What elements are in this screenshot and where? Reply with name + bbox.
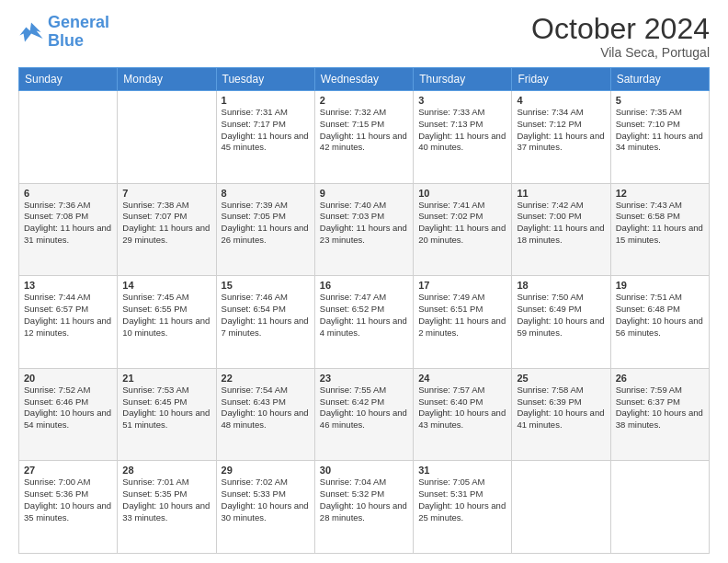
day-number: 17: [418, 280, 506, 291]
calendar-cell: 26Sunrise: 7:59 AMSunset: 6:37 PMDayligh…: [610, 368, 709, 461]
calendar-cell: 21Sunrise: 7:53 AMSunset: 6:45 PMDayligh…: [118, 368, 216, 461]
day-number: 1: [222, 95, 310, 106]
calendar-cell: 13Sunrise: 7:44 AMSunset: 6:57 PMDayligh…: [19, 276, 118, 369]
day-info: Sunrise: 7:32 AMSunset: 7:15 PMDaylight:…: [320, 107, 408, 154]
calendar-cell: 16Sunrise: 7:47 AMSunset: 6:52 PMDayligh…: [314, 276, 413, 369]
weekday-header-wednesday: Wednesday: [314, 68, 413, 91]
calendar-cell: 29Sunrise: 7:02 AMSunset: 5:33 PMDayligh…: [216, 461, 314, 554]
day-info: Sunrise: 7:42 AMSunset: 7:00 PMDaylight:…: [517, 200, 605, 247]
calendar-cell: [610, 461, 709, 554]
day-info: Sunrise: 7:44 AMSunset: 6:57 PMDaylight:…: [24, 292, 112, 339]
logo: General Blue: [18, 14, 109, 51]
calendar-cell: 4Sunrise: 7:34 AMSunset: 7:12 PMDaylight…: [512, 91, 610, 184]
calendar-cell: 28Sunrise: 7:01 AMSunset: 5:35 PMDayligh…: [118, 461, 216, 554]
day-number: 22: [222, 373, 310, 384]
calendar-cell: 19Sunrise: 7:51 AMSunset: 6:48 PMDayligh…: [610, 276, 709, 369]
calendar-cell: 20Sunrise: 7:52 AMSunset: 6:46 PMDayligh…: [19, 368, 118, 461]
day-info: Sunrise: 7:31 AMSunset: 7:17 PMDaylight:…: [222, 107, 310, 154]
day-info: Sunrise: 7:04 AMSunset: 5:32 PMDaylight:…: [320, 477, 408, 523]
calendar-cell: 11Sunrise: 7:42 AMSunset: 7:00 PMDayligh…: [512, 183, 610, 276]
weekday-header-thursday: Thursday: [414, 68, 512, 91]
day-number: 9: [320, 188, 408, 199]
calendar-cell: [512, 461, 610, 554]
svg-marker-0: [19, 22, 42, 41]
day-info: Sunrise: 7:33 AMSunset: 7:13 PMDaylight:…: [418, 107, 506, 154]
day-info: Sunrise: 7:38 AMSunset: 7:07 PMDaylight:…: [122, 200, 210, 247]
day-info: Sunrise: 7:49 AMSunset: 6:51 PMDaylight:…: [418, 292, 506, 339]
day-number: 20: [24, 373, 112, 384]
day-number: 12: [616, 188, 704, 199]
calendar-cell: 17Sunrise: 7:49 AMSunset: 6:51 PMDayligh…: [414, 276, 512, 369]
calendar-cell: 27Sunrise: 7:00 AMSunset: 5:36 PMDayligh…: [19, 461, 118, 554]
day-number: 6: [24, 188, 112, 199]
calendar-cell: 1Sunrise: 7:31 AMSunset: 7:17 PMDaylight…: [216, 91, 314, 184]
day-number: 11: [517, 188, 605, 199]
day-number: 16: [320, 280, 408, 291]
weekday-header-sunday: Sunday: [19, 68, 118, 91]
calendar-table: SundayMondayTuesdayWednesdayThursdayFrid…: [18, 67, 710, 554]
location: Vila Seca, Portugal: [531, 45, 710, 60]
weekday-header-monday: Monday: [118, 68, 216, 91]
calendar-cell: 14Sunrise: 7:45 AMSunset: 6:55 PMDayligh…: [118, 276, 216, 369]
calendar-cell: 12Sunrise: 7:43 AMSunset: 6:58 PMDayligh…: [610, 183, 709, 276]
day-info: Sunrise: 7:34 AMSunset: 7:12 PMDaylight:…: [517, 107, 605, 154]
page-header: General Blue October 2024 Vila Seca, Por…: [18, 14, 710, 60]
calendar-cell: [118, 91, 216, 184]
calendar-cell: 7Sunrise: 7:38 AMSunset: 7:07 PMDaylight…: [118, 183, 216, 276]
calendar-cell: [19, 91, 118, 184]
logo-icon: [18, 19, 44, 45]
day-number: 25: [517, 373, 605, 384]
day-info: Sunrise: 7:59 AMSunset: 6:37 PMDaylight:…: [616, 385, 704, 431]
calendar-cell: 3Sunrise: 7:33 AMSunset: 7:13 PMDaylight…: [414, 91, 512, 184]
day-number: 8: [222, 188, 310, 199]
day-info: Sunrise: 7:41 AMSunset: 7:02 PMDaylight:…: [418, 200, 506, 247]
day-number: 18: [517, 280, 605, 291]
day-info: Sunrise: 7:01 AMSunset: 5:35 PMDaylight:…: [122, 477, 210, 523]
calendar-cell: 8Sunrise: 7:39 AMSunset: 7:05 PMDaylight…: [216, 183, 314, 276]
day-info: Sunrise: 7:43 AMSunset: 6:58 PMDaylight:…: [616, 200, 704, 247]
calendar-cell: 15Sunrise: 7:46 AMSunset: 6:54 PMDayligh…: [216, 276, 314, 369]
day-info: Sunrise: 7:58 AMSunset: 6:39 PMDaylight:…: [517, 385, 605, 431]
day-info: Sunrise: 7:00 AMSunset: 5:36 PMDaylight:…: [24, 477, 112, 523]
day-number: 7: [122, 188, 210, 199]
calendar-cell: 10Sunrise: 7:41 AMSunset: 7:02 PMDayligh…: [414, 183, 512, 276]
day-number: 15: [222, 280, 310, 291]
day-info: Sunrise: 7:55 AMSunset: 6:42 PMDaylight:…: [320, 385, 408, 431]
day-info: Sunrise: 7:50 AMSunset: 6:49 PMDaylight:…: [517, 292, 605, 339]
day-number: 3: [418, 95, 506, 106]
day-number: 5: [616, 95, 704, 106]
day-number: 27: [24, 465, 112, 476]
calendar-cell: 30Sunrise: 7:04 AMSunset: 5:32 PMDayligh…: [314, 461, 413, 554]
logo-text: General Blue: [48, 14, 109, 51]
day-info: Sunrise: 7:54 AMSunset: 6:43 PMDaylight:…: [222, 385, 310, 431]
day-info: Sunrise: 7:39 AMSunset: 7:05 PMDaylight:…: [222, 200, 310, 247]
weekday-header-friday: Friday: [512, 68, 610, 91]
day-number: 10: [418, 188, 506, 199]
day-info: Sunrise: 7:40 AMSunset: 7:03 PMDaylight:…: [320, 200, 408, 247]
day-number: 31: [418, 465, 506, 476]
day-number: 28: [122, 465, 210, 476]
day-number: 19: [616, 280, 704, 291]
calendar-cell: 6Sunrise: 7:36 AMSunset: 7:08 PMDaylight…: [19, 183, 118, 276]
day-number: 29: [222, 465, 310, 476]
calendar-cell: 18Sunrise: 7:50 AMSunset: 6:49 PMDayligh…: [512, 276, 610, 369]
day-info: Sunrise: 7:36 AMSunset: 7:08 PMDaylight:…: [24, 200, 112, 247]
day-number: 13: [24, 280, 112, 291]
day-info: Sunrise: 7:05 AMSunset: 5:31 PMDaylight:…: [418, 477, 506, 523]
day-info: Sunrise: 7:52 AMSunset: 6:46 PMDaylight:…: [24, 385, 112, 431]
day-info: Sunrise: 7:57 AMSunset: 6:40 PMDaylight:…: [418, 385, 506, 431]
day-info: Sunrise: 7:46 AMSunset: 6:54 PMDaylight:…: [222, 292, 310, 339]
day-number: 2: [320, 95, 408, 106]
calendar-cell: 22Sunrise: 7:54 AMSunset: 6:43 PMDayligh…: [216, 368, 314, 461]
calendar-cell: 23Sunrise: 7:55 AMSunset: 6:42 PMDayligh…: [314, 368, 413, 461]
weekday-header-tuesday: Tuesday: [216, 68, 314, 91]
day-number: 23: [320, 373, 408, 384]
day-number: 21: [122, 373, 210, 384]
day-info: Sunrise: 7:53 AMSunset: 6:45 PMDaylight:…: [122, 385, 210, 431]
calendar-cell: 5Sunrise: 7:35 AMSunset: 7:10 PMDaylight…: [610, 91, 709, 184]
day-number: 14: [122, 280, 210, 291]
weekday-header-saturday: Saturday: [610, 68, 709, 91]
month-title: October 2024: [531, 14, 710, 43]
day-number: 26: [616, 373, 704, 384]
day-info: Sunrise: 7:02 AMSunset: 5:33 PMDaylight:…: [222, 477, 310, 523]
